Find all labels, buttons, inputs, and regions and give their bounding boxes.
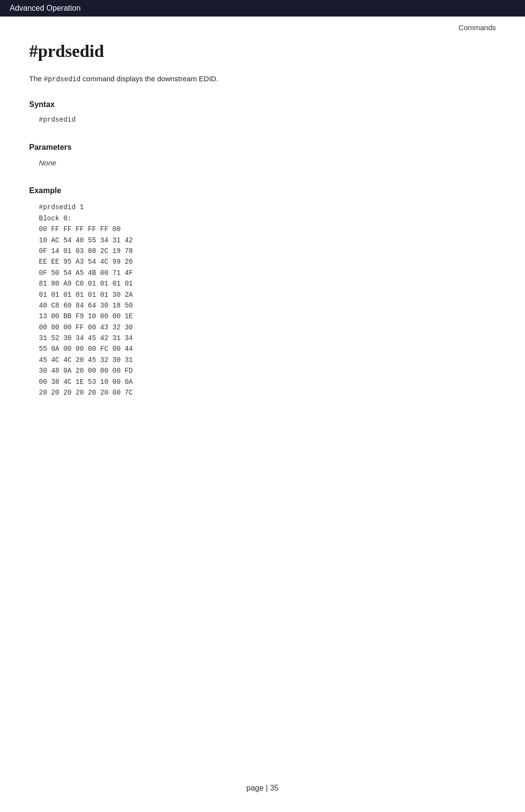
parameters-heading: Parameters [29, 143, 496, 152]
header-title: Advanced Operation [10, 4, 81, 13]
syntax-heading: Syntax [29, 100, 496, 109]
page-heading: #prdsedid [29, 41, 496, 61]
syntax-code: #prdsedid [39, 116, 496, 124]
example-section: Example #prdsedid 1 Block 0: 00 FF FF FF… [29, 186, 496, 398]
description-text: The #prdsedid command displays the downs… [29, 73, 496, 85]
parameters-section: Parameters None [29, 143, 496, 167]
example-code: #prdsedid 1 Block 0: 00 FF FF FF FF FF 0… [39, 202, 496, 398]
header-bar: Advanced Operation [0, 0, 525, 17]
page-footer: page | 35 [246, 784, 279, 793]
example-heading: Example [29, 186, 496, 195]
description-prefix: The [29, 74, 44, 83]
main-content: #prdsedid The #prdsedid command displays… [0, 17, 525, 456]
syntax-section: Syntax #prdsedid [29, 100, 496, 124]
description-code: #prdsedid [44, 75, 81, 83]
description-suffix: command displays the downstream EDID. [81, 74, 218, 83]
parameters-value: None [39, 159, 496, 167]
section-label: Commands [458, 23, 496, 32]
